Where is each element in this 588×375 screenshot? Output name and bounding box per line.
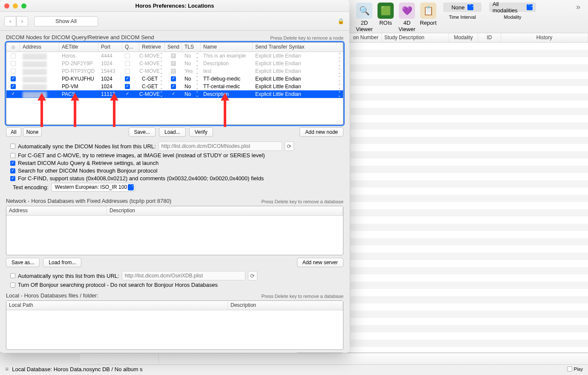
refresh-db-button[interactable]: ⟳ [248, 271, 257, 280]
svg-marker-3 [221, 93, 229, 127]
col-header[interactable]: Send [165, 43, 182, 52]
db-section-title: Network - Horos Databases with Fixed Add… [6, 198, 171, 204]
row-enable-checkbox[interactable] [11, 61, 16, 66]
svg-marker-2 [110, 93, 118, 127]
forward-button[interactable]: › [16, 16, 28, 26]
nodes-table[interactable]: ⊙AddressAETitlePortQ...RetrieveSendTLSNa… [6, 42, 343, 125]
none-button[interactable]: None [23, 127, 42, 137]
local-section-title: Local - Horos Databases files / folder: [6, 292, 98, 299]
col-id[interactable]: ID [478, 33, 501, 42]
window-controls[interactable] [4, 3, 26, 9]
show-all-button[interactable]: Show All [34, 16, 98, 26]
saveas-button[interactable]: Save as... [6, 258, 40, 267]
auto-sync-label: Automatically sync the DICOM Nodes list … [18, 143, 156, 150]
loadfrom-button[interactable]: Load from... [43, 258, 81, 267]
play-checkbox[interactable] [567, 366, 572, 372]
table-row[interactable]: ▓▓▓▓▓▓PACS11112C-MOVE⌃⌄No⌃⌄DescriptionEx… [6, 90, 343, 98]
2d-viewer-button[interactable]: 🔍2D Viewer [354, 3, 375, 32]
add-node-button[interactable]: Add new node [300, 127, 343, 137]
col-header[interactable]: TLS [182, 43, 201, 52]
col-number[interactable]: on Number [350, 33, 382, 42]
col-header[interactable]: Address [20, 43, 59, 52]
col-modality[interactable]: Modality [449, 33, 478, 42]
annotation-arrow [220, 93, 230, 127]
bonjour-checkbox[interactable] [10, 168, 15, 173]
local-table[interactable]: Local Path Description [6, 300, 343, 350]
all-button[interactable]: All [6, 127, 21, 137]
minimize-icon[interactable] [13, 3, 18, 9]
modality-select[interactable]: All modalities [489, 3, 536, 12]
turnoff-bonjour-checkbox[interactable] [10, 283, 15, 288]
back-button[interactable]: ‹ [4, 16, 16, 26]
restart-checkbox[interactable] [10, 161, 15, 166]
cfind-checkbox[interactable] [10, 176, 15, 181]
magnifier-icon: 🔍 [356, 3, 372, 19]
row-enable-checkbox[interactable] [11, 84, 16, 89]
q-checkbox[interactable] [125, 92, 130, 97]
col-header[interactable]: Retrieve [139, 43, 165, 52]
col-address[interactable]: Address [6, 206, 107, 215]
encoding-select[interactable]: Western European: ISO_IR 100 [51, 183, 135, 192]
col-header[interactable]: Q... [122, 43, 139, 52]
lock-icon[interactable]: 🔒 [337, 17, 345, 26]
send-checkbox[interactable] [171, 53, 176, 58]
table-row[interactable]: ▓▓▓▓▓▓PD-VM1024C-GET⌃⌄No⌃⌄TT-cental-medi… [6, 83, 343, 90]
db-table[interactable]: Address Description [6, 206, 343, 255]
add-local-path-button[interactable]: Add a local path [296, 352, 343, 353]
modality-label: Modality [504, 14, 522, 20]
col-header[interactable]: Send Transfer Syntax [253, 43, 343, 52]
titlebar: Horos Preferences: Locations [0, 0, 349, 12]
col-description[interactable]: Description [107, 206, 343, 215]
q-checkbox[interactable] [125, 53, 130, 58]
report-button[interactable]: 📋Report [418, 3, 439, 32]
q-checkbox[interactable] [125, 69, 130, 74]
q-checkbox[interactable] [125, 61, 130, 66]
col-local-path[interactable]: Local Path [6, 301, 228, 310]
col-local-desc[interactable]: Description [228, 301, 343, 310]
verify-button[interactable]: Verify [189, 127, 213, 137]
auto-sync-url-input[interactable] [159, 141, 282, 151]
auto-sync-db-label: Automatically sync this list from this U… [18, 273, 119, 279]
refresh-button[interactable]: ⟳ [285, 141, 294, 151]
table-row[interactable]: ▓▓▓▓▓▓PD-RTP3YQD15443C-MOVE⌃⌄Yes⌃⌄testEx… [6, 67, 343, 75]
row-enable-checkbox[interactable] [11, 69, 16, 74]
col-header[interactable]: ⊙ [6, 43, 20, 52]
encoding-label: Text encoding: [13, 184, 49, 190]
close-icon[interactable] [4, 3, 9, 9]
load-button[interactable]: Load... [159, 127, 186, 137]
table-row[interactable]: ▓▓▓▓▓▓PD-KYUJFHU1024C-GET⌃⌄No⌃⌄TT-debug-… [6, 75, 343, 83]
auto-sync-db-checkbox[interactable] [10, 273, 15, 278]
auto-sync-nodes-checkbox[interactable] [10, 144, 15, 149]
zoom-icon[interactable] [21, 3, 26, 9]
menu-icon[interactable]: ≡ [5, 366, 9, 372]
col-study-desc[interactable]: Study Description [382, 33, 449, 42]
window-title: Horos Preferences: Locations [0, 3, 349, 9]
expand-toolbar-button[interactable]: » [573, 3, 584, 12]
q-checkbox[interactable] [125, 84, 130, 89]
col-history[interactable]: History [501, 33, 588, 42]
rois-button[interactable]: 🟩ROIs [375, 3, 396, 32]
send-checkbox[interactable] [171, 92, 176, 97]
q-checkbox[interactable] [125, 76, 130, 81]
table-row[interactable]: ▓▓▓▓▓▓PD-2NF2Y9P1024C-MOVE⌃⌄No⌃⌄Descript… [6, 60, 343, 67]
add-server-button[interactable]: Add new server [297, 258, 343, 267]
send-checkbox[interactable] [171, 69, 176, 74]
row-enable-checkbox[interactable] [11, 53, 16, 58]
row-enable-checkbox[interactable] [11, 76, 16, 81]
send-checkbox[interactable] [171, 61, 176, 66]
table-row[interactable]: ▓▓▓▓▓▓Horos4444C-MOVE⌃⌄No⌃⌄This is an ex… [6, 52, 343, 60]
play-label: Play [574, 366, 583, 372]
local-section-hint: Press Delete key to remove a database [261, 294, 343, 299]
send-checkbox[interactable] [171, 84, 176, 89]
send-checkbox[interactable] [171, 76, 176, 81]
col-header[interactable]: AETitle [59, 43, 98, 52]
4d-viewer-button[interactable]: 💜4D Viewer [396, 3, 418, 32]
time-interval-select[interactable]: None [443, 3, 481, 12]
row-enable-checkbox[interactable] [11, 92, 16, 97]
col-header[interactable]: Name [201, 43, 253, 52]
save-button[interactable]: Save... [129, 127, 156, 137]
cget-checkbox[interactable] [10, 153, 15, 158]
bottom-bar: ≡ Local Database: Horos Data.nosync DB /… [0, 352, 588, 375]
auto-sync-db-url-input[interactable] [122, 271, 245, 280]
col-header[interactable]: Port [98, 43, 122, 52]
